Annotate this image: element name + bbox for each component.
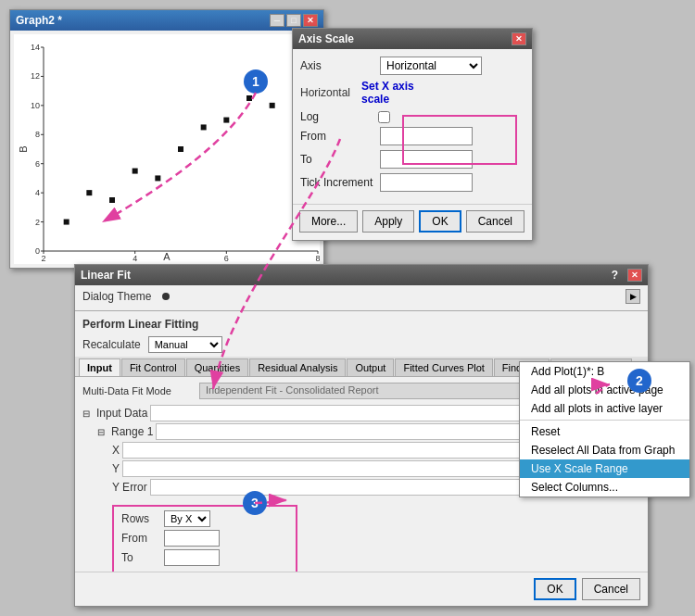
axis-b-label: B: [18, 145, 29, 152]
tab-output[interactable]: Output: [347, 358, 394, 376]
circle-annotation-1: 1: [244, 69, 268, 94]
tick-row: Tick Increment 2: [300, 173, 524, 192]
y-label: Y: [112, 462, 120, 475]
ctx-add-active-layer[interactable]: Add all plots in active layer: [520, 399, 689, 418]
tab-fit-control[interactable]: Fit Control: [121, 358, 185, 376]
tab-quantities[interactable]: Quantities: [186, 358, 249, 376]
to-row: To 8: [300, 150, 524, 169]
rows-from-input[interactable]: 2: [164, 530, 220, 547]
rows-to-input[interactable]: 8: [164, 549, 220, 566]
perform-label: Perform Linear Fitting: [82, 318, 198, 331]
lf-theme-row: Dialog Theme ▶: [75, 285, 648, 308]
to-label: To: [300, 153, 374, 166]
close-btn[interactable]: ✕: [303, 14, 318, 27]
axis-scale-window[interactable]: Axis Scale ✕ Axis Horizontal Horizontal …: [292, 28, 533, 241]
axis-select[interactable]: Horizontal: [380, 57, 482, 75]
maximize-btn[interactable]: □: [286, 14, 301, 27]
ctx-add-active-page[interactable]: Add all plots in active page: [520, 381, 689, 399]
more-btn[interactable]: More...: [299, 210, 358, 233]
tick-label: Tick Increment: [300, 176, 374, 189]
axis-row: Axis Horizontal: [300, 57, 524, 75]
axis-scale-content: Axis Horizontal Horizontal Set X axissca…: [293, 49, 532, 204]
rows-section-wrapper: Rows By X From 2 To 8: [82, 501, 640, 572]
ctx-select-columns[interactable]: Select Columns...: [520, 478, 689, 497]
axis-scale-controls: ✕: [512, 32, 526, 45]
log-checkbox[interactable]: [378, 111, 390, 123]
ok-btn[interactable]: OK: [419, 210, 461, 233]
minimize-btn[interactable]: ─: [270, 14, 284, 27]
lf-cancel-btn[interactable]: Cancel: [582, 578, 640, 600]
lf-recalc-row: Recalculate Manual: [75, 334, 648, 357]
dialog-theme-label: Dialog Theme: [82, 290, 151, 303]
from-label: From: [300, 130, 374, 143]
y-error-label: Y Error: [112, 481, 147, 494]
cancel-btn[interactable]: Cancel: [466, 210, 524, 233]
rows-to-row: To 8: [121, 549, 288, 566]
rows-from-label: From: [121, 532, 158, 545]
graph-canvas: [14, 34, 320, 264]
lf-footer: OK Cancel: [75, 572, 648, 606]
context-menu: Add Plot(1)*: B Add all plots in active …: [519, 361, 690, 497]
log-row: Log: [300, 110, 524, 123]
graph2-controls: ─ □ ✕: [270, 14, 318, 27]
graph2-title: Graph2 *: [16, 14, 62, 27]
axis-scale-title: Axis Scale: [298, 32, 354, 45]
from-row: From 2: [300, 127, 524, 145]
axis-label: Axis: [300, 59, 374, 72]
tab-residual-analysis[interactable]: Residual Analysis: [249, 358, 346, 376]
from-input[interactable]: 2: [380, 127, 473, 145]
axis-a-label: A: [163, 251, 170, 262]
input-expand[interactable]: ⊟: [82, 409, 94, 419]
tab-input[interactable]: Input: [79, 358, 120, 376]
ctx-reset[interactable]: Reset: [520, 422, 689, 441]
lf-perform-row: Perform Linear Fitting: [75, 314, 648, 334]
axis-close-btn[interactable]: ✕: [512, 32, 526, 45]
linear-fit-title: Linear Fit: [81, 269, 131, 282]
multidata-label: Multi-Data Fit Mode: [82, 385, 194, 396]
ctx-separator1: [520, 420, 689, 421]
ctx-use-x-scale[interactable]: Use X Scale Range: [520, 459, 689, 478]
recalculate-select[interactable]: Manual: [148, 336, 222, 353]
range1-label: Range 1: [111, 425, 153, 438]
graph-content: 1 B B A: [14, 34, 320, 264]
axis-scale-titlebar[interactable]: Axis Scale ✕: [293, 29, 532, 49]
set-x-label: Set X axisscale: [361, 80, 414, 106]
ctx-reselect[interactable]: Reselect All Data from Graph: [520, 441, 689, 459]
rows-row: Rows By X: [121, 510, 288, 527]
graph2-titlebar[interactable]: Graph2 * ─ □ ✕: [10, 10, 323, 31]
theme-arrow-btn[interactable]: ▶: [626, 289, 640, 304]
tab-fitted-curves-plot[interactable]: Fitted Curves Plot: [395, 358, 492, 376]
rows-select[interactable]: By X: [164, 510, 210, 527]
rows-label: Rows: [121, 512, 158, 525]
lf-ok-btn[interactable]: OK: [534, 578, 575, 600]
lf-close-btn[interactable]: ✕: [627, 269, 642, 282]
rows-from-row: From 2: [121, 530, 288, 547]
linear-fit-titlebar[interactable]: Linear Fit ? ✕: [75, 265, 648, 285]
linear-fit-controls: ? ✕: [612, 269, 642, 282]
horizontal-section: Horizontal Set X axisscale: [300, 80, 524, 106]
circle-annotation-2: 2: [627, 369, 651, 393]
horizontal-label: Horizontal: [300, 86, 350, 99]
recalculate-label: Recalculate: [82, 338, 141, 351]
axis-scale-buttons: More... Apply OK Cancel: [293, 204, 532, 238]
tick-input[interactable]: 2: [380, 173, 473, 192]
ctx-add-plot[interactable]: Add Plot(1)*: B: [520, 362, 689, 381]
rows-to-label: To: [121, 551, 158, 564]
apply-btn[interactable]: Apply: [362, 210, 414, 233]
input-data-label: Input Data: [96, 407, 147, 420]
question-mark: ?: [612, 269, 618, 282]
x-label: X: [112, 444, 120, 457]
circle-annotation-3: 3: [243, 491, 267, 515]
graph2-window[interactable]: Graph2 * ─ □ ✕ 1 B B A: [9, 9, 324, 269]
theme-dot: [162, 293, 170, 300]
rows-section: Rows By X From 2 To 8: [112, 505, 297, 572]
range1-expand[interactable]: ⊟: [97, 427, 108, 437]
log-label: Log: [300, 110, 374, 123]
to-input[interactable]: 8: [380, 150, 473, 169]
